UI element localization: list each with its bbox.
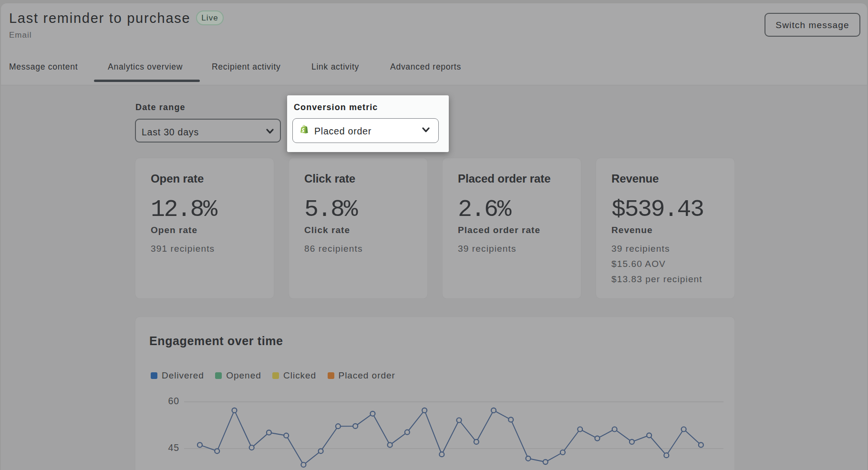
svg-text:60: 60 bbox=[168, 396, 179, 406]
svg-text:45: 45 bbox=[168, 442, 179, 453]
